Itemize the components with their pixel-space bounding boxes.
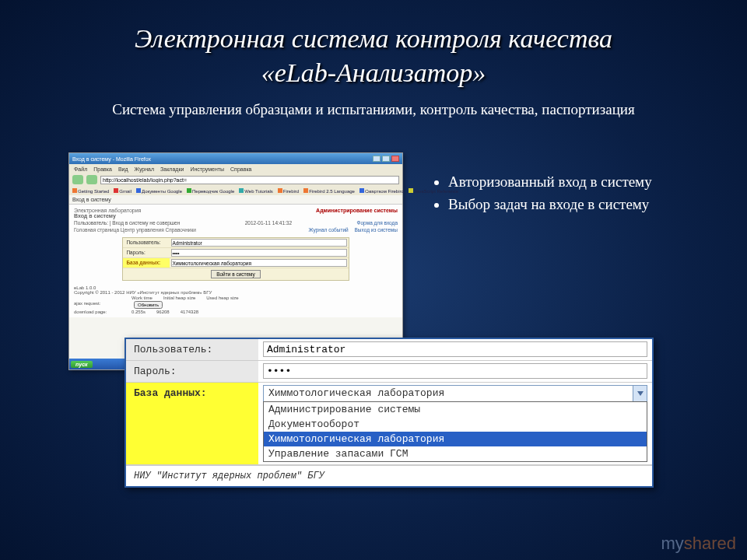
- copyright-label: Copyright © 2011 - 2012 НИУ «Институт яд…: [74, 290, 398, 295]
- val-work: 0.255s: [132, 310, 146, 314]
- forward-icon[interactable]: [86, 175, 97, 184]
- database-select[interactable]: Химмотологическая лаборатория: [263, 385, 647, 402]
- login-panel: Пользователь: Пароль: База данных: Химмо…: [124, 338, 654, 488]
- login-panel-footer: НИУ "Институт ядерных проблем" БГУ: [126, 465, 652, 486]
- database-label: База данных:: [126, 383, 258, 464]
- browser-titlebar: Вход в систему - Mozilla Firefox: [69, 153, 402, 164]
- menu-item[interactable]: Справка: [230, 166, 251, 172]
- database-option[interactable]: Документооборот: [264, 417, 647, 432]
- nav-logout[interactable]: Выход из системы: [355, 227, 398, 233]
- admin-link[interactable]: Администрирование системы: [316, 208, 398, 219]
- start-button[interactable]: пуск: [71, 361, 93, 368]
- maximize-icon[interactable]: [382, 156, 390, 162]
- col-work: Work time: [132, 296, 153, 300]
- address-bar-row: [69, 173, 402, 186]
- slide-title: Электронная система контроля качества «e…: [0, 0, 747, 90]
- mini-user-input[interactable]: [171, 239, 346, 247]
- page-datetime: 2012-01-11 14:41:32: [245, 220, 292, 226]
- bookmark-item[interactable]: Firebird: [278, 188, 299, 194]
- bookmark-item[interactable]: JavaScript Reference: [409, 188, 458, 194]
- back-icon[interactable]: [72, 175, 83, 184]
- database-dropdown: Администрирование системы Документооборо…: [263, 401, 647, 462]
- mini-db-label: База данных:: [123, 258, 170, 268]
- bookmark-item[interactable]: Web Tutorials: [239, 188, 273, 194]
- col-init: Initial heap size: [163, 296, 195, 300]
- nav-links-left[interactable]: Головная страница Центр управления Справ…: [74, 227, 196, 233]
- menu-item[interactable]: Файл: [74, 166, 87, 172]
- close-icon[interactable]: [391, 156, 399, 162]
- mini-pass-label: Пароль:: [123, 248, 170, 257]
- bullet-item: Авторизованный вход в систему: [448, 171, 652, 194]
- minimize-icon[interactable]: [373, 156, 381, 162]
- browser-tab[interactable]: Вход в систему: [69, 195, 402, 205]
- bullet-item: Выбор задач на входе в систему: [448, 194, 652, 216]
- val-init: 96208: [156, 310, 170, 314]
- menu-item[interactable]: Журнал: [135, 166, 155, 172]
- mini-user-label: Пользователь:: [123, 238, 170, 247]
- login-form-link[interactable]: Форма для входа: [357, 220, 398, 226]
- password-label: Пароль:: [126, 361, 258, 382]
- database-selected-value: Химмотологическая лаборатория: [264, 386, 633, 401]
- bookmark-item[interactable]: Gmail: [114, 188, 132, 194]
- database-option[interactable]: Управление запасами ГСМ: [264, 446, 647, 461]
- page-content: Электронная лаборатория Вход в систему А…: [69, 205, 402, 317]
- download-label: download page:: [74, 310, 121, 314]
- menu-item[interactable]: Инструменты: [190, 166, 224, 172]
- bookmark-item[interactable]: Документы Google: [136, 188, 182, 194]
- password-input[interactable]: [263, 363, 647, 379]
- val-used: 4174328: [181, 310, 198, 314]
- nav-event-log[interactable]: Журнал событий: [309, 227, 349, 233]
- bookmarks-bar: Getting Started Gmail Документы Google П…: [69, 186, 402, 195]
- mini-pass-input[interactable]: [171, 249, 346, 257]
- bookmark-item[interactable]: Getting Started: [72, 188, 109, 194]
- bookmark-item[interactable]: Firebird 2.5 Language: [303, 188, 355, 194]
- menu-item[interactable]: Правка: [93, 166, 112, 172]
- app-name: Электронная лаборатория: [74, 208, 141, 213]
- bookmark-item[interactable]: Переводчик Google: [187, 188, 234, 194]
- slide-subtitle: Система управления образцами и испытания…: [0, 101, 747, 118]
- user-label: Пользователь:: [126, 339, 258, 360]
- mini-db-select[interactable]: [171, 259, 346, 267]
- browser-menu: Файл Правка Вид Журнал Закладки Инструме…: [69, 164, 402, 173]
- login-status: Пользователь: | Вход в систему не соверш…: [74, 220, 180, 226]
- title-line-1: Электронная система контроля качества: [135, 24, 612, 53]
- bookmark-item[interactable]: Смартком Firebird: [359, 188, 404, 194]
- database-option[interactable]: Химмотологическая лаборатория: [264, 432, 647, 446]
- page-heading: Вход в систему: [74, 213, 141, 219]
- chevron-down-icon[interactable]: [633, 386, 647, 401]
- ajax-label: ajax request:: [74, 301, 121, 309]
- refresh-button[interactable]: Обновить: [134, 301, 163, 309]
- address-input[interactable]: [100, 176, 399, 184]
- menu-item[interactable]: Вид: [118, 166, 128, 172]
- window-controls: [373, 156, 399, 162]
- col-used: Used heap size: [206, 296, 238, 300]
- feature-bullets: Авторизованный вход в систему Выбор зада…: [436, 171, 652, 215]
- menu-item[interactable]: Закладки: [160, 166, 184, 172]
- title-line-2: «eLab-Анализатор»: [261, 58, 486, 87]
- mini-login-box: Пользователь: Пароль: База данных: Войти…: [122, 237, 349, 281]
- window-title: Вход в систему - Mozilla Firefox: [72, 156, 151, 162]
- watermark: myshared: [661, 534, 736, 554]
- mini-login-button[interactable]: Войти в систему: [211, 270, 261, 278]
- user-input[interactable]: [263, 341, 647, 357]
- database-option[interactable]: Администрирование системы: [264, 402, 647, 417]
